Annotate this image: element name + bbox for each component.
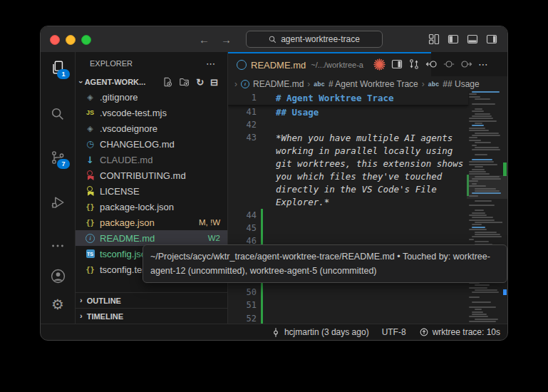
screenshot-stage: ← → agent-worktree-trace: [0, 0, 548, 392]
worktree-trace-status-item[interactable]: wrktree trace: 10s: [419, 327, 500, 337]
command-center-search[interactable]: agent-worktree-trace: [246, 31, 383, 48]
code-line: 45: [228, 222, 468, 234]
file-row[interactable]: package.json M, !W: [76, 215, 227, 230]
git-commit-icon: [271, 327, 281, 338]
file-row[interactable]: CHANGELOG.md: [76, 136, 227, 152]
line-number: 44: [228, 210, 257, 220]
zoom-window-button[interactable]: [81, 35, 91, 45]
gutter-change-indicator: [261, 118, 263, 131]
gutter-change-indicator: [261, 170, 263, 182]
file-row[interactable]: .gitignore: [76, 89, 227, 105]
worktree-nav-right-icon[interactable]: [460, 58, 472, 70]
more-views-icon[interactable]: [49, 237, 66, 254]
explorer-more-actions[interactable]: ⋯: [206, 58, 216, 69]
search-view-icon[interactable]: [49, 105, 66, 123]
breadcrumb-item[interactable]: › ## Usage: [418, 79, 480, 89]
file-row[interactable]: .vscode-test.mjs: [76, 105, 227, 120]
file-name: package-lock.json: [100, 202, 174, 212]
accounts-icon[interactable]: [49, 267, 66, 284]
commit-author-label: hcjmartin (3 days ago): [284, 327, 369, 337]
code-line: 51: [228, 299, 468, 311]
more-editor-actions-icon[interactable]: ⋯: [478, 58, 489, 70]
breadcrumb-item[interactable]: › README.md: [231, 79, 304, 89]
close-window-button[interactable]: [50, 35, 60, 45]
code-line: 43 *When you have multiple AI agents: [228, 131, 468, 144]
run-debug-icon[interactable]: [49, 194, 66, 211]
open-preview-side-icon[interactable]: [391, 58, 403, 70]
toggle-bottom-panel-icon[interactable]: [467, 33, 478, 45]
new-folder-icon[interactable]: [179, 77, 190, 87]
breadcrumb-symbol-icon: [241, 80, 249, 88]
worktree-nav-icon[interactable]: [443, 58, 455, 70]
file-row[interactable]: README.md W2: [76, 230, 227, 246]
sidebar-title: EXPLORER: [90, 59, 133, 68]
gutter-change-indicator: [261, 196, 263, 209]
code-editor[interactable]: 1 # Agent Worktree Trace 41 ## Usage: [228, 91, 507, 324]
refresh-explorer-icon[interactable]: ↻: [196, 78, 204, 87]
minimap[interactable]: [467, 91, 502, 324]
tab-description: ~/.../worktree-a: [311, 61, 363, 69]
encoding-status-item[interactable]: UTF-8: [382, 327, 406, 337]
line-number: 51: [228, 300, 257, 310]
code-line-text: git worktrees, this extension shows: [276, 158, 463, 169]
new-file-icon[interactable]: [162, 77, 172, 87]
toggle-left-sidebar-icon[interactable]: [448, 33, 459, 45]
tab-bar: README.md ~/.../worktree-a: [228, 52, 507, 76]
file-type-icon: [84, 170, 96, 181]
breadcrumb-label: ## Usage: [443, 79, 479, 89]
code-line-text: *When you have multiple AI agents: [276, 133, 453, 143]
code-line-text: directly in the VS Code's File: [276, 184, 437, 195]
file-row[interactable]: CLAUDE.md: [76, 152, 227, 167]
file-row[interactable]: package-lock.json: [76, 199, 227, 215]
gutter-change-indicator: [261, 144, 263, 157]
line-number: 41: [228, 107, 257, 117]
minimize-window-button[interactable]: [66, 35, 76, 45]
sticky-scroll-line[interactable]: 1 # Agent Worktree Trace: [228, 91, 468, 105]
navigate-forward-icon[interactable]: →: [221, 33, 232, 46]
breadcrumb-label: README.md: [253, 79, 304, 89]
breadcrumb-item[interactable]: › # Agent Worktree Trace: [304, 79, 418, 89]
gutter-change-indicator: [261, 209, 263, 222]
trace-label: wrktree trace: 10s: [433, 327, 500, 337]
chevron-right-icon: ›: [80, 296, 83, 304]
worktree-nav-left-icon[interactable]: [425, 58, 438, 70]
source-control-icon[interactable]: 7: [49, 149, 66, 166]
file-row[interactable]: CONTRIBUTING.md: [76, 167, 227, 183]
customize-layout-icon[interactable]: [428, 33, 440, 45]
toggle-right-sidebar-icon[interactable]: [486, 33, 497, 45]
file-type-icon: [84, 91, 96, 103]
file-row[interactable]: .vscodeignore: [76, 120, 227, 136]
file-type-icon: [84, 123, 96, 134]
code-line-text: working in parallel locally using: [276, 145, 453, 156]
overview-ruler[interactable]: [502, 91, 507, 324]
titlebar: ← → agent-worktree-trace: [41, 26, 507, 52]
chevron-right-icon: ›: [80, 311, 83, 320]
minimap-slider[interactable]: [467, 175, 507, 199]
chevron-separator-icon: ›: [422, 79, 425, 89]
code-line: git worktrees, this extension shows: [228, 157, 468, 170]
line-number: 45: [228, 223, 257, 233]
explorer-icon[interactable]: 1: [49, 59, 66, 76]
navigate-back-icon[interactable]: ←: [199, 33, 210, 46]
settings-gear-icon[interactable]: ⚙: [49, 296, 66, 313]
outline-section[interactable]: › OUTLINE: [76, 292, 227, 308]
code-line-text: ## Usage: [276, 107, 319, 118]
gutter-change-indicator: [261, 222, 263, 234]
search-value: agent-worktree-trace: [281, 34, 360, 44]
timeline-label: TIMELINE: [87, 312, 123, 321]
code-line: 50: [228, 286, 468, 299]
vscode-window: ← → agent-worktree-trace: [41, 26, 507, 340]
file-name: .gitignore: [100, 92, 138, 103]
git-commit-status-item[interactable]: hcjmartin (3 days ago): [271, 327, 369, 338]
extension-starburst-icon[interactable]: [373, 58, 386, 71]
file-type-icon: [84, 154, 96, 165]
code-line: 41 ## Usage: [228, 105, 468, 118]
file-row[interactable]: LICENSE: [76, 183, 227, 199]
activity-bar: 1 7: [41, 52, 76, 324]
timeline-section[interactable]: › TIMELINE: [76, 308, 227, 324]
breadcrumb-symbol-icon: [314, 81, 325, 88]
file-type-icon: [84, 201, 96, 212]
compare-changes-icon[interactable]: [408, 58, 420, 70]
collapse-folders-icon[interactable]: ⊟: [210, 78, 218, 87]
workspace-section-header[interactable]: › AGENT-WORK... ↻: [76, 75, 227, 89]
